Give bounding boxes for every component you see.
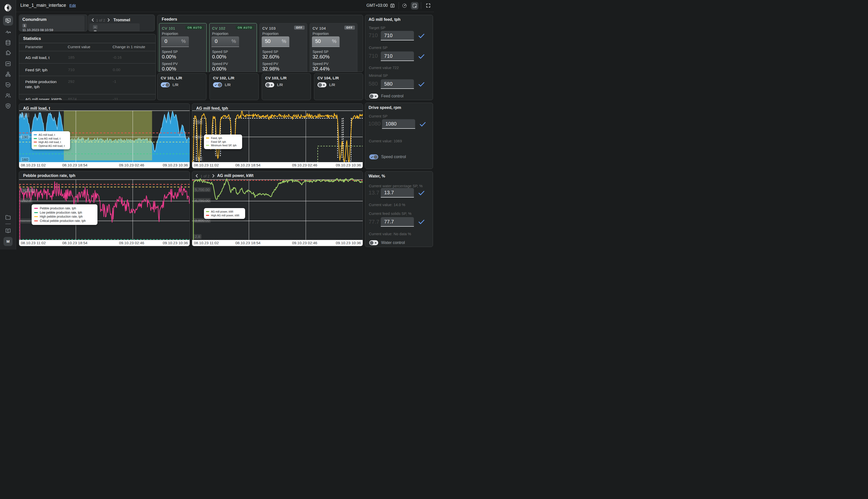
svg-text:?: ? — [7, 229, 8, 232]
